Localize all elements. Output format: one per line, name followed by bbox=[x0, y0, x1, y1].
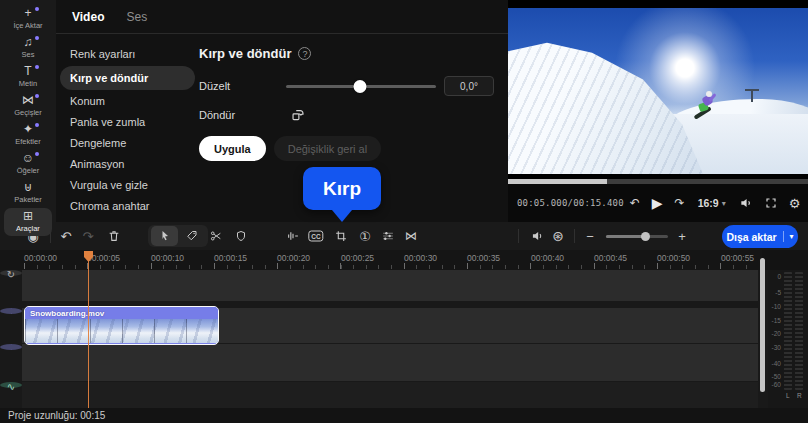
fullscreen-icon[interactable] bbox=[765, 197, 777, 209]
meter-label: -15 bbox=[768, 317, 781, 325]
menu-item-color[interactable]: Renk ayarları bbox=[60, 44, 195, 65]
clip-header: Snowboarding.mov bbox=[25, 307, 218, 319]
settings-menu: Renk ayarları Kırp ve döndür Konum Panla… bbox=[56, 34, 195, 217]
audio-track-lane[interactable] bbox=[22, 382, 758, 408]
timeline-clip-snowboarding[interactable]: Snowboarding.mov bbox=[24, 306, 219, 345]
track-1-lane[interactable] bbox=[22, 270, 758, 301]
meter-label: -30 bbox=[768, 344, 781, 352]
notification-dot bbox=[35, 7, 39, 11]
sidebar-item-text[interactable]: T Metin bbox=[4, 63, 52, 91]
video-viewport[interactable] bbox=[508, 0, 808, 179]
previous-frame-icon[interactable]: ↶ bbox=[630, 196, 640, 210]
sidebar-item-label: Öğeler bbox=[17, 166, 40, 175]
zoom-slider-thumb[interactable] bbox=[641, 232, 650, 241]
sidebar-item-audio[interactable]: ♫ Ses bbox=[4, 34, 52, 62]
sidebar-item-import[interactable]: + İçe Aktar bbox=[4, 5, 52, 33]
timecode-display: 00:05.000/00:15.400 bbox=[517, 198, 624, 208]
delete-icon[interactable] bbox=[108, 230, 121, 243]
volume-icon[interactable] bbox=[739, 196, 753, 210]
project-length-label: Proje uzunluğu: 00:15 bbox=[8, 410, 105, 421]
rotate-icon[interactable] bbox=[291, 108, 305, 122]
notification-dot bbox=[35, 152, 39, 156]
menu-item-animation[interactable]: Animasyon bbox=[60, 154, 195, 175]
help-icon[interactable]: ? bbox=[298, 47, 311, 60]
eye-icon[interactable] bbox=[6, 308, 17, 309]
thumbnails-icon[interactable] bbox=[6, 349, 17, 350]
tag-tool-icon[interactable] bbox=[186, 230, 198, 242]
video-editor-app: + İçe Aktar ♫ Ses T Metin ⋈ Geçişler ✦ E… bbox=[0, 0, 808, 423]
angle-value-field[interactable]: 0,0° bbox=[444, 76, 494, 96]
undo-icon[interactable]: ↶ bbox=[61, 229, 72, 244]
meter-label: -50 bbox=[768, 373, 781, 381]
speed-icon[interactable]: ① bbox=[359, 229, 371, 244]
crop-tooltip: Kırp bbox=[303, 167, 381, 210]
waveform-icon[interactable]: ∿ bbox=[7, 382, 15, 392]
sidebar-item-transitions[interactable]: ⋈ Geçişler bbox=[4, 92, 52, 120]
ruler-label: 00:00:40 bbox=[531, 253, 564, 263]
audio-adjust-icon[interactable] bbox=[287, 230, 300, 243]
mixer-speaker-icon[interactable] bbox=[530, 229, 544, 243]
track-3-lane[interactable] bbox=[22, 344, 758, 381]
timeline-ruler[interactable]: 00:00:00 00:00:05 00:00:10 00:00:15 00:0… bbox=[0, 250, 762, 270]
clip-name: Snowboarding.mov bbox=[30, 309, 104, 318]
track-2-header bbox=[0, 308, 22, 314]
notification-dot bbox=[35, 123, 39, 127]
mask-transition-icon[interactable]: ⋈ bbox=[405, 229, 417, 243]
zoom-in-icon[interactable]: + bbox=[678, 229, 686, 244]
adjust-filters-icon[interactable] bbox=[382, 230, 395, 243]
tab-audio[interactable]: Ses bbox=[126, 10, 147, 24]
meter-bar-left bbox=[784, 272, 792, 390]
track-1: ↻ bbox=[0, 270, 758, 301]
sidebar-item-packs[interactable]: ⊎ Paketler bbox=[4, 179, 52, 207]
sidebar-item-tools[interactable]: ⊞ Araçlar bbox=[4, 208, 52, 236]
menu-item-stabilize[interactable]: Dengeleme bbox=[60, 133, 195, 154]
export-button[interactable]: Dışa aktar ▾ bbox=[722, 225, 798, 248]
settings-gear-icon[interactable]: ⚙ bbox=[789, 196, 801, 211]
redo-icon[interactable]: ↷ bbox=[83, 229, 94, 244]
shield-icon[interactable] bbox=[235, 230, 247, 242]
track-3-header bbox=[0, 344, 22, 350]
divider bbox=[783, 231, 784, 242]
captions-icon[interactable]: CC bbox=[308, 231, 323, 242]
split-scissors-icon[interactable] bbox=[210, 230, 223, 243]
select-tool-icon[interactable] bbox=[159, 230, 171, 242]
vertical-scrollbar[interactable] bbox=[760, 258, 765, 392]
sidebar-item-elements[interactable]: ☺ Öğeler bbox=[4, 150, 52, 178]
sidebar-item-effects[interactable]: ✦ Efektler bbox=[4, 121, 52, 149]
tab-video[interactable]: Video bbox=[72, 10, 104, 24]
menu-item-crop-rotate[interactable]: Kırp ve döndür bbox=[60, 66, 195, 90]
transport-controls: 00:05.000/00:15.400 ↶ ▶ ↷ 16:9 ▾ ⚙ bbox=[508, 184, 808, 222]
eye-off-icon[interactable] bbox=[6, 313, 17, 314]
next-frame-icon[interactable]: ↷ bbox=[675, 196, 685, 210]
link-icon[interactable]: ↻ bbox=[7, 270, 15, 280]
menu-item-position[interactable]: Konum bbox=[60, 91, 195, 112]
sidebar-item-label: Paketler bbox=[14, 195, 42, 204]
aspect-ratio-value: 16:9 bbox=[698, 197, 719, 209]
track-1-header: ↻ bbox=[0, 270, 22, 276]
revert-changes-button[interactable]: Değişiklik geri al bbox=[274, 136, 381, 161]
ski-lift-pole bbox=[751, 89, 753, 102]
crop-icon[interactable] bbox=[335, 230, 348, 243]
menu-item-highlight-hide[interactable]: Vurgula ve gizle bbox=[60, 175, 195, 196]
slider-thumb[interactable] bbox=[353, 80, 366, 93]
aspect-ratio-dropdown[interactable]: 16:9 ▾ bbox=[698, 197, 726, 209]
divider bbox=[574, 229, 575, 243]
properties-panel: Video Ses Renk ayarları Kırp ve döndür K… bbox=[56, 0, 508, 222]
menu-item-pan-zoom[interactable]: Panla ve zumla bbox=[60, 112, 195, 133]
meter-channel-label: L bbox=[786, 392, 790, 399]
straighten-label: Düzelt bbox=[199, 80, 259, 92]
meter-label: -20 bbox=[768, 330, 781, 338]
menu-item-chroma-key[interactable]: Chroma anahtar bbox=[60, 196, 195, 217]
zoom-out-icon[interactable]: − bbox=[586, 229, 594, 244]
timeline-tracks: ↻ ∿ Snowboardin bbox=[0, 270, 808, 408]
effects-icon: ✦ bbox=[23, 123, 33, 136]
play-icon[interactable]: ▶ bbox=[652, 195, 663, 211]
left-sidebar: + İçe Aktar ♫ Ses T Metin ⋈ Geçişler ✦ E… bbox=[0, 0, 56, 222]
snowboarder bbox=[691, 91, 721, 121]
export-label: Dışa aktar bbox=[726, 231, 776, 243]
music-note-icon: ♫ bbox=[24, 36, 33, 49]
apply-button[interactable]: Uygula bbox=[199, 136, 266, 161]
eye-icon[interactable] bbox=[6, 344, 17, 345]
color-wheel-icon[interactable]: ⊛ bbox=[552, 228, 564, 244]
straighten-slider[interactable] bbox=[286, 80, 436, 93]
